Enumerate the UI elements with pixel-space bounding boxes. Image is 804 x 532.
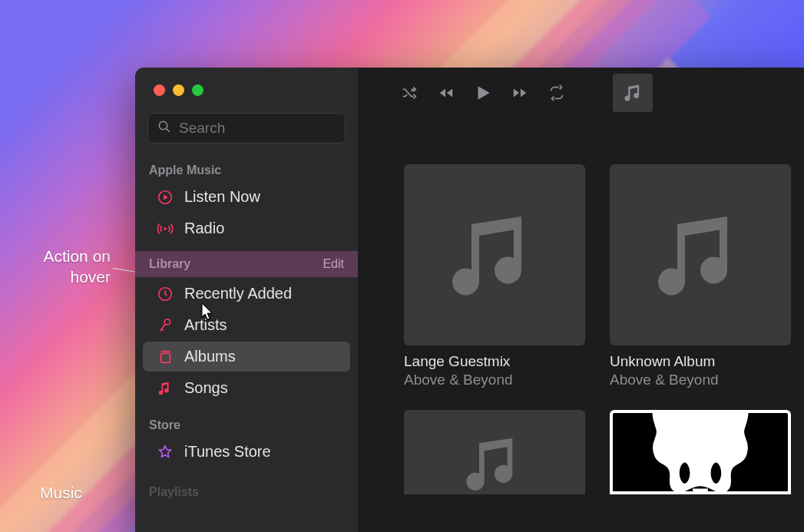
main-content: Lange Guestmix Above & Beyond Unknown Al… [358,68,804,532]
sidebar-item-songs[interactable]: Songs [143,373,350,403]
album-grid: Lange Guestmix Above & Beyond Unknown Al… [358,118,804,388]
svg-point-3 [164,227,167,230]
annotation-action-on-hover: Action on hover [34,246,111,288]
window-controls [135,68,358,96]
album-title: Lange Guestmix [404,353,585,370]
album-grid-row2 [358,388,804,494]
svg-line-1 [167,129,170,132]
album-card[interactable]: Unknown Album Above & Beyond [610,164,791,388]
play-button[interactable] [471,81,495,104]
sidebar-item-label: iTunes Store [184,443,271,461]
edit-button[interactable]: Edit [323,257,344,271]
next-button[interactable] [508,81,531,104]
sidebar-item-recently-added[interactable]: Recently Added [143,279,350,309]
svg-point-0 [159,121,167,130]
shuffle-button[interactable] [398,81,421,104]
album-card[interactable]: Lange Guestmix Above & Beyond [404,164,585,388]
close-button[interactable] [154,84,165,96]
sidebar-item-albums[interactable]: Albums [143,342,350,372]
album-title: Unknown Album [610,353,791,370]
section-title: Library [149,257,190,271]
minimize-button[interactable] [173,84,184,96]
sidebar-item-label: Recently Added [184,285,292,302]
album-artist: Above & Beyond [610,372,791,388]
repeat-button[interactable] [545,81,568,104]
sidebar-item-label: Songs [184,379,228,397]
sidebar-item-listen-now[interactable]: Listen Now [143,182,350,212]
playback-toolbar [358,68,804,118]
sidebar-item-label: Listen Now [184,188,260,206]
search-input[interactable] [179,120,336,137]
album-card[interactable] [404,410,585,494]
album-art-placeholder [404,164,585,345]
radio-icon [157,220,174,237]
album-art-tiger [610,410,791,494]
microphone-icon [157,317,174,334]
svg-point-5 [164,319,170,324]
section-header-library[interactable]: Library Edit [135,251,358,277]
sidebar-item-radio[interactable]: Radio [143,213,350,243]
music-window: Apple Music Listen Now Radio Library Edi… [135,68,804,532]
svg-rect-6 [161,353,170,362]
sidebar-item-label: Artists [184,316,227,334]
sidebar-item-itunes-store[interactable]: iTunes Store [143,437,350,467]
sidebar-item-label: Radio [184,220,224,237]
albums-icon [157,349,174,365]
sidebar: Apple Music Listen Now Radio Library Edi… [135,68,358,532]
album-art-placeholder [610,164,791,345]
sidebar-item-artists[interactable]: Artists [143,310,350,340]
section-header-playlists: Playlists [135,468,358,502]
section-header-store: Store [135,405,358,435]
zoom-button[interactable] [192,84,203,96]
music-note-icon [157,380,174,397]
album-art-placeholder [404,410,585,494]
now-playing-lcd[interactable] [613,74,653,112]
album-artist: Above & Beyond [404,372,585,388]
play-circle-icon [157,189,174,206]
star-icon [157,444,174,461]
sidebar-item-label: Albums [184,348,236,365]
section-header-apple-music: Apple Music [135,150,358,180]
annotation-music: Music [40,482,82,503]
search-icon [157,120,171,137]
previous-button[interactable] [435,81,458,104]
clock-icon [157,286,174,302]
search-field[interactable] [147,113,346,144]
album-card[interactable] [610,410,791,494]
